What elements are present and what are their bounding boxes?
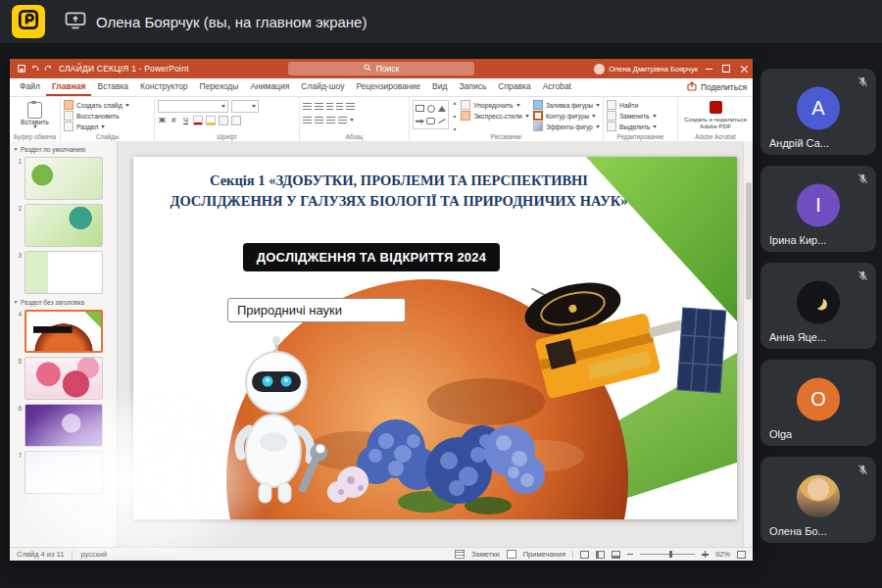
highlight-button[interactable]: [206, 116, 216, 125]
find-button[interactable]: Найти: [607, 100, 657, 110]
bold-button[interactable]: Ж: [158, 116, 167, 124]
app-logo[interactable]: [12, 5, 45, 38]
undo-icon[interactable]: [30, 65, 39, 74]
tab-review[interactable]: Рецензирование: [350, 78, 426, 96]
save-icon[interactable]: [17, 65, 25, 74]
canvas-scrollbar[interactable]: [743, 141, 753, 547]
font-color-button[interactable]: [193, 116, 203, 125]
align-center-button[interactable]: [315, 117, 323, 124]
slide-canvas[interactable]: Секція 1 «ЗДОБУТКИ, ПРОБЛЕМИ ТА ПЕРСПЕКТ…: [118, 141, 753, 547]
change-case-button[interactable]: [231, 116, 241, 125]
italic-button[interactable]: К: [170, 116, 178, 124]
zoom-out-icon[interactable]: [627, 554, 633, 556]
tab-transitions[interactable]: Переходы: [194, 78, 245, 96]
new-slide-button[interactable]: Создать слайд: [64, 100, 129, 110]
slide-thumb-5[interactable]: 5: [10, 355, 117, 402]
slide-sorter-view-icon[interactable]: [596, 551, 605, 559]
slide-subtitle-box[interactable]: Природничі науки: [227, 298, 406, 322]
reading-view-icon[interactable]: [612, 551, 620, 559]
paste-dropdown-icon[interactable]: [33, 125, 37, 128]
replace-button[interactable]: Заменить: [607, 111, 657, 121]
comments-icon[interactable]: [507, 550, 516, 559]
decrease-indent-button[interactable]: [326, 103, 333, 111]
slide-thumb-1[interactable]: 1: [10, 155, 117, 202]
tab-record[interactable]: Запись: [453, 78, 492, 96]
zoom-slider-knob[interactable]: [669, 551, 672, 558]
tab-animations[interactable]: Анимация: [244, 78, 295, 96]
shapes-gallery[interactable]: [413, 100, 449, 129]
participant-tile-anna[interactable]: Анна Яце...: [760, 263, 876, 349]
columns-dropdown-icon[interactable]: [350, 119, 354, 122]
font-name-box[interactable]: [158, 100, 228, 113]
close-icon[interactable]: [735, 59, 753, 78]
tab-insert[interactable]: Вставка: [91, 78, 134, 96]
bullets-button[interactable]: [303, 103, 312, 111]
slide-banner-box[interactable]: ДОСЛІДЖЕННЯ ТА ВІДКРИТТЯ 2024: [243, 243, 500, 271]
tab-home[interactable]: Главная: [46, 78, 92, 96]
minimize-icon[interactable]: [700, 59, 717, 78]
slide-thumbnail-image[interactable]: [24, 157, 103, 200]
quick-styles-button[interactable]: Экспресс-стили: [461, 111, 529, 121]
search-box[interactable]: Поиск: [288, 62, 474, 75]
tab-help[interactable]: Справка: [492, 78, 536, 96]
notes-icon[interactable]: [455, 550, 465, 559]
fit-to-window-icon[interactable]: [737, 551, 746, 559]
underline-button[interactable]: Ч: [181, 116, 190, 124]
tab-design[interactable]: Конструктор: [134, 78, 193, 96]
increase-indent-button[interactable]: [336, 103, 343, 111]
slide-thumb-6[interactable]: 6: [10, 402, 117, 449]
section-header-untitled[interactable]: Раздел без заголовка: [10, 296, 117, 308]
justify-button[interactable]: [338, 117, 347, 124]
normal-view-icon[interactable]: [580, 551, 589, 559]
participant-tile-olga[interactable]: O Olga: [760, 360, 876, 446]
tab-slideshow[interactable]: Слайд-шоу: [295, 78, 350, 96]
slide-thumb-7[interactable]: 7: [10, 449, 117, 496]
paste-button[interactable]: Вставить: [14, 100, 57, 131]
participant-tile-olena[interactable]: Олена Бо...: [760, 457, 876, 543]
active-share-banner[interactable]: Олена Боярчук (вы, на главном экране): [65, 12, 367, 32]
participant-tile-andriy[interactable]: А Андрій Са...: [760, 69, 876, 155]
reset-button[interactable]: Восстановить: [64, 111, 129, 121]
slide-thumbnail-panel[interactable]: Раздел по умолчанию 1 2 3 Раздел без заг…: [10, 141, 118, 547]
participant-tile-iryna[interactable]: І Ірина Кир...: [760, 166, 876, 252]
tab-view[interactable]: Вид: [426, 78, 453, 96]
scrollbar-thumb[interactable]: [746, 182, 752, 300]
slide-thumbnail-image[interactable]: [24, 251, 103, 294]
numbering-button[interactable]: [315, 103, 323, 111]
zoom-level[interactable]: 92%: [715, 550, 730, 559]
line-spacing-button[interactable]: [346, 103, 355, 111]
section-header-default[interactable]: Раздел по умолчанию: [10, 143, 117, 155]
slide-thumb-3[interactable]: 3: [10, 249, 117, 296]
share-button[interactable]: Поделиться: [687, 78, 747, 96]
create-pdf-button[interactable]: Создать и поделиться Adobe PDF: [681, 100, 750, 131]
tab-file[interactable]: Файл: [14, 78, 46, 96]
slide-title[interactable]: Секція 1 «ЗДОБУТКИ, ПРОБЛЕМИ ТА ПЕРСПЕКТ…: [139, 171, 659, 212]
slide-thumb-2[interactable]: 2: [10, 202, 117, 249]
slide-thumbnail-image[interactable]: [24, 357, 103, 400]
font-size-box[interactable]: [231, 100, 259, 113]
shape-outline-button[interactable]: Контур фигуры: [533, 111, 600, 121]
character-spacing-button[interactable]: [219, 116, 228, 125]
comments-toggle[interactable]: Примечания: [523, 550, 565, 559]
slide-thumbnail-image[interactable]: [24, 404, 103, 447]
align-left-button[interactable]: [303, 117, 312, 124]
redo-icon[interactable]: [44, 65, 53, 74]
account-info[interactable]: Олена Дмитрівна Боярчук: [594, 59, 698, 78]
shape-fill-button[interactable]: Заливка фигуры: [533, 100, 600, 110]
zoom-slider[interactable]: [640, 554, 695, 555]
language-indicator[interactable]: русский: [80, 550, 107, 559]
shapes-gallery-scroll[interactable]: [453, 100, 457, 133]
slide-thumbnail-image[interactable]: [24, 451, 103, 494]
select-button[interactable]: Выделить: [607, 122, 657, 131]
slide-thumbnail-image[interactable]: [24, 310, 103, 353]
slide-thumb-4-selected[interactable]: 4: [10, 308, 117, 355]
slide-thumbnail-image[interactable]: [24, 204, 103, 247]
section-button[interactable]: Раздел: [64, 122, 129, 131]
shape-effects-button[interactable]: Эффекты фигур: [533, 122, 600, 131]
arrange-button[interactable]: Упорядочить: [461, 100, 529, 110]
maximize-icon[interactable]: [717, 59, 735, 78]
tab-acrobat[interactable]: Acrobat: [537, 78, 577, 96]
current-slide[interactable]: Секція 1 «ЗДОБУТКИ, ПРОБЛЕМИ ТА ПЕРСПЕКТ…: [133, 157, 737, 519]
zoom-in-icon[interactable]: [702, 551, 709, 558]
align-right-button[interactable]: [326, 117, 335, 124]
